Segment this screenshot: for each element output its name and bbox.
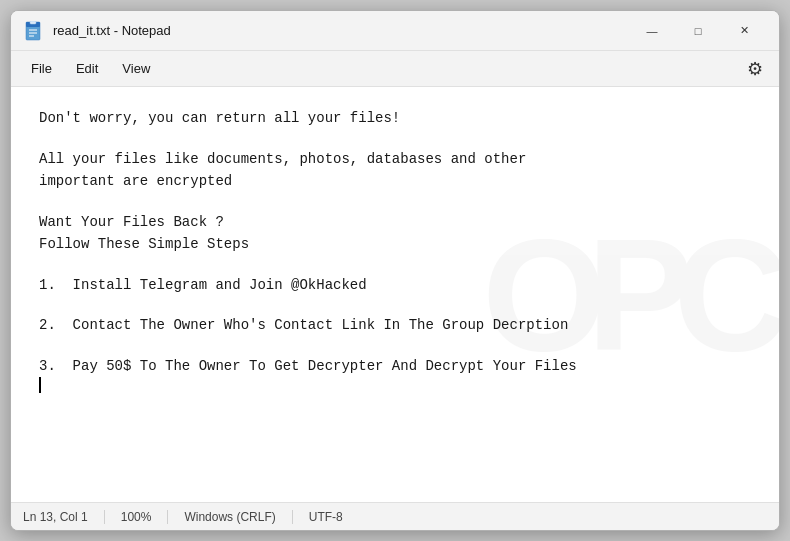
blank-line-5 (39, 336, 751, 354)
cursor-line (39, 377, 751, 393)
window-controls: — □ ✕ (629, 15, 767, 47)
notepad-window: read_it.txt - Notepad — □ ✕ File Edit Vi… (10, 10, 780, 531)
text-line-11: 2. Contact The Owner Who's Contact Link … (39, 314, 751, 336)
blank-line-1 (39, 129, 751, 147)
window-title: read_it.txt - Notepad (53, 23, 629, 38)
text-line-4: important are encrypted (39, 170, 751, 192)
menu-bar: File Edit View ⚙ (11, 51, 779, 87)
text-line-13: 3. Pay 50$ To The Owner To Get Decrypter… (39, 355, 751, 377)
text-line-3: All your files like documents, photos, d… (39, 148, 751, 170)
status-bar: Ln 13, Col 1 100% Windows (CRLF) UTF-8 (11, 502, 779, 530)
maximize-button[interactable]: □ (675, 15, 721, 47)
settings-icon[interactable]: ⚙ (739, 54, 771, 84)
title-bar: read_it.txt - Notepad — □ ✕ (11, 11, 779, 51)
text-content: Don't worry, you can return all your fil… (39, 107, 751, 393)
status-line-ending: Windows (CRLF) (168, 510, 292, 524)
text-cursor (39, 377, 41, 393)
text-line-7: Follow These Simple Steps (39, 233, 751, 255)
blank-line-4 (39, 296, 751, 314)
svg-rect-5 (30, 21, 36, 24)
text-line-9: 1. Install Telegram and Join @OkHacked (39, 274, 751, 296)
menu-view[interactable]: View (110, 57, 162, 80)
blank-line-3 (39, 255, 751, 273)
text-editor-area[interactable]: OPC Don't worry, you can return all your… (11, 87, 779, 502)
status-zoom: 100% (105, 510, 169, 524)
status-encoding: UTF-8 (293, 510, 359, 524)
minimize-button[interactable]: — (629, 15, 675, 47)
close-button[interactable]: ✕ (721, 15, 767, 47)
text-line-6: Want Your Files Back ? (39, 211, 751, 233)
blank-line-2 (39, 192, 751, 210)
text-line-1: Don't worry, you can return all your fil… (39, 107, 751, 129)
menu-edit[interactable]: Edit (64, 57, 110, 80)
notepad-icon (23, 21, 43, 41)
status-position: Ln 13, Col 1 (23, 510, 105, 524)
menu-file[interactable]: File (19, 57, 64, 80)
